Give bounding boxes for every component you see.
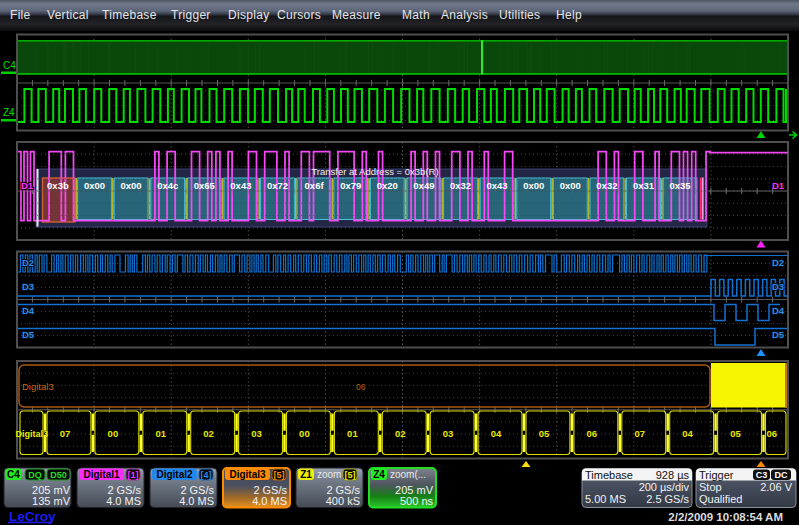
- svg-text:Timebase: Timebase: [585, 469, 633, 481]
- svg-text:D5: D5: [772, 329, 785, 340]
- svg-text:06: 06: [767, 428, 778, 439]
- svg-text:01: 01: [347, 428, 358, 439]
- svg-text:4.0 MS: 4.0 MS: [106, 495, 141, 507]
- svg-text:Digital3: Digital3: [229, 469, 266, 480]
- svg-text:0x3b: 0x3b: [47, 180, 69, 191]
- svg-text:Z4: Z4: [3, 107, 15, 118]
- svg-text:07: 07: [635, 428, 646, 439]
- svg-text:0x49: 0x49: [413, 180, 434, 191]
- svg-text:4.0 MS: 4.0 MS: [252, 495, 287, 507]
- svg-text:06: 06: [356, 382, 366, 392]
- svg-text:Math: Math: [402, 8, 430, 22]
- svg-text:0x79: 0x79: [340, 180, 361, 191]
- svg-text:5.00 MS: 5.00 MS: [585, 493, 626, 505]
- svg-text:D2: D2: [772, 257, 784, 268]
- svg-text:Analysis: Analysis: [441, 8, 488, 22]
- svg-text:400 kS: 400 kS: [326, 495, 360, 507]
- svg-text:2/2/2009 10:08:54 AM: 2/2/2009 10:08:54 AM: [668, 511, 783, 523]
- svg-text:Qualified: Qualified: [699, 493, 742, 505]
- svg-text:D4: D4: [22, 305, 35, 316]
- svg-text:zoom: zoom: [317, 469, 341, 480]
- svg-text:[5]: [5]: [274, 470, 285, 480]
- svg-text:Z1: Z1: [300, 469, 312, 480]
- svg-text:C3: C3: [756, 470, 768, 480]
- svg-text:C4: C4: [3, 60, 16, 71]
- svg-text:D50: D50: [50, 470, 67, 480]
- svg-text:05: 05: [539, 428, 550, 439]
- svg-text:zoom(...: zoom(...: [390, 469, 426, 480]
- svg-text:Digital2: Digital2: [156, 469, 193, 480]
- svg-text:File: File: [10, 8, 31, 22]
- svg-text:D2: D2: [22, 257, 34, 268]
- svg-text:Digital1: Digital1: [83, 469, 120, 480]
- svg-text:500 ns: 500 ns: [400, 495, 434, 507]
- svg-text:D4: D4: [772, 305, 785, 316]
- svg-text:[5]: [5]: [345, 470, 356, 480]
- svg-text:00: 00: [299, 428, 310, 439]
- svg-text:Utilities: Utilities: [499, 8, 540, 22]
- svg-text:02: 02: [395, 428, 406, 439]
- svg-text:D1: D1: [772, 180, 785, 191]
- svg-text:D1: D1: [21, 180, 34, 191]
- svg-text:Trigger: Trigger: [699, 469, 734, 481]
- svg-text:D3: D3: [22, 281, 34, 292]
- svg-text:04: 04: [491, 428, 502, 439]
- svg-text:0x32: 0x32: [596, 180, 617, 191]
- svg-text:0x72: 0x72: [267, 180, 288, 191]
- svg-text:0x00: 0x00: [560, 180, 581, 191]
- svg-text:Help: Help: [556, 8, 582, 22]
- svg-text:928 µs: 928 µs: [656, 469, 690, 481]
- svg-text:Timebase: Timebase: [102, 8, 157, 22]
- svg-text:[1]: [1]: [128, 470, 139, 480]
- svg-text:03: 03: [251, 428, 262, 439]
- svg-text:0x43: 0x43: [487, 180, 508, 191]
- svg-text:Cursors: Cursors: [277, 8, 321, 22]
- svg-text:Trigger: Trigger: [171, 8, 211, 22]
- svg-text:C4: C4: [7, 469, 20, 480]
- svg-text:0x6f: 0x6f: [305, 180, 325, 191]
- svg-text:2.06 V: 2.06 V: [760, 481, 792, 493]
- svg-text:DC: DC: [775, 470, 788, 480]
- svg-text:Measure: Measure: [332, 8, 381, 22]
- svg-text:Vertical: Vertical: [47, 8, 89, 22]
- svg-text:2.5 GS/s: 2.5 GS/s: [646, 493, 689, 505]
- svg-text:Transfer at Address = 0x3b(R): Transfer at Address = 0x3b(R): [311, 166, 438, 177]
- svg-text:D3: D3: [772, 281, 784, 292]
- svg-text:Digital3: Digital3: [16, 429, 49, 439]
- svg-text:00: 00: [108, 428, 119, 439]
- svg-text:0x65: 0x65: [194, 180, 216, 191]
- svg-text:0x00: 0x00: [121, 180, 142, 191]
- svg-text:05: 05: [730, 428, 741, 439]
- svg-text:4.0 MS: 4.0 MS: [179, 495, 214, 507]
- svg-text:04: 04: [682, 428, 693, 439]
- svg-text:01: 01: [156, 428, 167, 439]
- svg-text:06: 06: [587, 428, 598, 439]
- svg-text:200 µs/div: 200 µs/div: [639, 481, 690, 493]
- svg-text:07: 07: [60, 428, 71, 439]
- svg-text:02: 02: [203, 428, 214, 439]
- svg-text:0x32: 0x32: [450, 180, 471, 191]
- svg-text:0x4c: 0x4c: [157, 180, 178, 191]
- svg-text:DQ: DQ: [28, 470, 42, 480]
- svg-text:Digital3: Digital3: [22, 381, 54, 392]
- svg-text:03: 03: [443, 428, 454, 439]
- svg-text:D5: D5: [22, 329, 35, 340]
- svg-text:Z4: Z4: [373, 469, 385, 480]
- svg-text:135 mV: 135 mV: [32, 495, 71, 507]
- svg-text:0x31: 0x31: [633, 180, 655, 191]
- svg-text:Display: Display: [228, 8, 269, 22]
- svg-text:[4]: [4]: [201, 470, 212, 480]
- svg-text:Stop: Stop: [699, 481, 722, 493]
